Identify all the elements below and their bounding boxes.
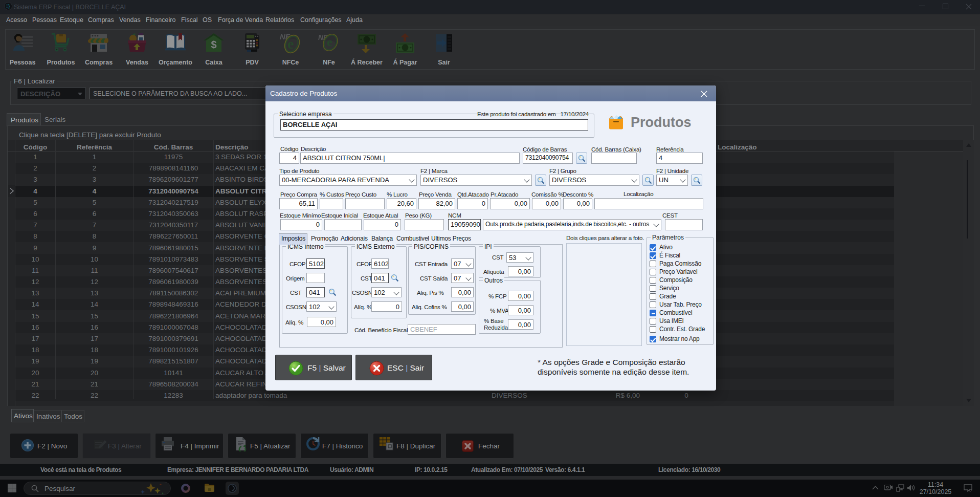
svg-text:}: }	[8, 3, 11, 9]
svg-text:e: e	[287, 36, 294, 52]
svg-text:e: e	[327, 35, 332, 49]
svg-text:$: $	[211, 39, 216, 50]
